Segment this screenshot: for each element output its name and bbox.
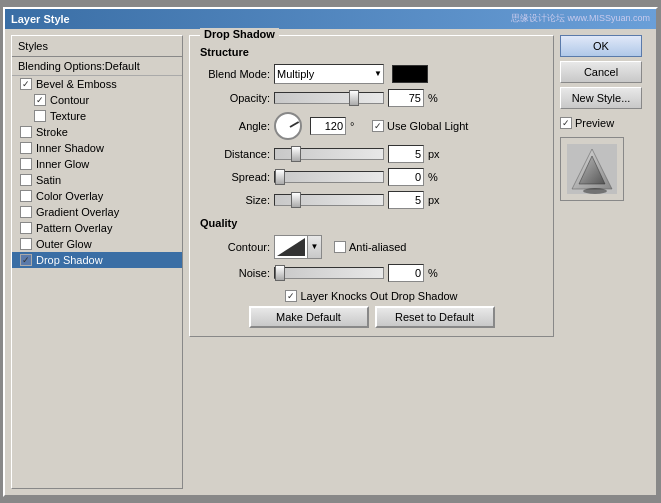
- spread-unit: %: [428, 171, 446, 183]
- sidebar-item-pattern-overlay[interactable]: Pattern Overlay: [12, 220, 182, 236]
- opacity-row: Opacity: %: [200, 89, 543, 107]
- blend-mode-select-wrapper[interactable]: Multiply Normal Dissolve ▼: [274, 64, 384, 84]
- anti-aliased-checkbox[interactable]: [334, 241, 346, 253]
- distance-slider[interactable]: [274, 148, 384, 160]
- use-global-light-label[interactable]: Use Global Light: [372, 120, 468, 132]
- quality-title: Quality: [200, 217, 543, 229]
- use-global-light-checkbox[interactable]: [372, 120, 384, 132]
- contour-svg: [277, 238, 305, 256]
- blend-mode-select[interactable]: Multiply Normal Dissolve: [274, 64, 384, 84]
- watermark: 思缘设计论坛 www.MISSyuan.com: [511, 12, 650, 25]
- bevel-emboss-checkbox[interactable]: [20, 78, 32, 90]
- angle-label: Angle:: [200, 120, 270, 132]
- distance-unit: px: [428, 148, 446, 160]
- sidebar-item-stroke[interactable]: Stroke: [12, 124, 182, 140]
- preview-checkbox[interactable]: [560, 117, 572, 129]
- ok-button[interactable]: OK: [560, 35, 642, 57]
- sidebar-item-inner-shadow[interactable]: Inner Shadow: [12, 140, 182, 156]
- layer-knocks-label[interactable]: Layer Knocks Out Drop Shadow: [285, 290, 457, 302]
- noise-label: Noise:: [200, 267, 270, 279]
- satin-label: Satin: [36, 174, 61, 186]
- layer-knocks-row: Layer Knocks Out Drop Shadow: [200, 290, 543, 302]
- blending-options-header: Blending Options:Default: [12, 57, 182, 76]
- inner-glow-checkbox[interactable]: [20, 158, 32, 170]
- contour-dropdown-button[interactable]: ▼: [308, 235, 322, 259]
- contour-dropdown-icon: ▼: [311, 242, 319, 251]
- gradient-overlay-label: Gradient Overlay: [36, 206, 119, 218]
- opacity-input[interactable]: [388, 89, 424, 107]
- gradient-overlay-checkbox[interactable]: [20, 206, 32, 218]
- preview-image: [567, 144, 617, 194]
- pattern-overlay-checkbox[interactable]: [20, 222, 32, 234]
- main-panel: Drop Shadow Structure Blend Mode: Multip…: [189, 35, 554, 489]
- contour-label: Contour: [50, 94, 89, 106]
- section-drop-shadow-title: Drop Shadow: [200, 28, 279, 40]
- opacity-label: Opacity:: [200, 92, 270, 104]
- noise-row: Noise: %: [200, 264, 543, 282]
- texture-checkbox[interactable]: [34, 110, 46, 122]
- spread-input[interactable]: [388, 168, 424, 186]
- sidebar-item-contour[interactable]: Contour: [12, 92, 182, 108]
- outer-glow-checkbox[interactable]: [20, 238, 32, 250]
- svg-marker-0: [277, 238, 305, 256]
- pattern-overlay-label: Pattern Overlay: [36, 222, 112, 234]
- drop-shadow-checkbox[interactable]: [20, 254, 32, 266]
- bevel-emboss-label: Bevel & Emboss: [36, 78, 117, 90]
- stroke-checkbox[interactable]: [20, 126, 32, 138]
- distance-row: Distance: px: [200, 145, 543, 163]
- drop-shadow-label: Drop Shadow: [36, 254, 103, 266]
- contour-checkbox[interactable]: [34, 94, 46, 106]
- layer-knocks-text: Layer Knocks Out Drop Shadow: [300, 290, 457, 302]
- anti-aliased-label[interactable]: Anti-aliased: [334, 241, 406, 253]
- blend-mode-row: Blend Mode: Multiply Normal Dissolve ▼: [200, 64, 543, 84]
- layer-style-dialog: Layer Style 思缘设计论坛 www.MISSyuan.com Styl…: [3, 7, 658, 497]
- contour-preview[interactable]: [274, 235, 308, 259]
- angle-row: Angle: ° Use Global Light: [200, 112, 543, 140]
- reset-default-button[interactable]: Reset to Default: [375, 306, 495, 328]
- noise-unit: %: [428, 267, 446, 279]
- angle-line-indicator: [290, 121, 300, 128]
- size-slider[interactable]: [274, 194, 384, 206]
- use-global-light-text: Use Global Light: [387, 120, 468, 132]
- distance-label: Distance:: [200, 148, 270, 160]
- inner-glow-label: Inner Glow: [36, 158, 89, 170]
- angle-input[interactable]: [310, 117, 346, 135]
- satin-checkbox[interactable]: [20, 174, 32, 186]
- sidebar-item-texture[interactable]: Texture: [12, 108, 182, 124]
- spread-slider[interactable]: [274, 171, 384, 183]
- sidebar-item-outer-glow[interactable]: Outer Glow: [12, 236, 182, 252]
- contour-label: Contour:: [200, 241, 270, 253]
- new-style-button[interactable]: New Style...: [560, 87, 642, 109]
- color-swatch[interactable]: [392, 65, 428, 83]
- noise-slider[interactable]: [274, 267, 384, 279]
- spread-row: Spread: %: [200, 168, 543, 186]
- size-unit: px: [428, 194, 446, 206]
- svg-point-4: [583, 188, 607, 194]
- preview-svg: [567, 144, 617, 194]
- right-panel: OK Cancel New Style... Preview: [560, 35, 650, 489]
- inner-shadow-label: Inner Shadow: [36, 142, 104, 154]
- color-overlay-checkbox[interactable]: [20, 190, 32, 202]
- make-default-button[interactable]: Make Default: [249, 306, 369, 328]
- sidebar-item-bevel-emboss[interactable]: Bevel & Emboss: [12, 76, 182, 92]
- left-panel: Styles Blending Options:Default Bevel & …: [11, 35, 183, 489]
- anti-aliased-text: Anti-aliased: [349, 241, 406, 253]
- angle-dial[interactable]: [274, 112, 302, 140]
- inner-shadow-checkbox[interactable]: [20, 142, 32, 154]
- stroke-label: Stroke: [36, 126, 68, 138]
- layer-knocks-checkbox[interactable]: [285, 290, 297, 302]
- distance-input[interactable]: [388, 145, 424, 163]
- sidebar-item-gradient-overlay[interactable]: Gradient Overlay: [12, 204, 182, 220]
- noise-input[interactable]: [388, 264, 424, 282]
- size-input[interactable]: [388, 191, 424, 209]
- color-overlay-label: Color Overlay: [36, 190, 103, 202]
- opacity-slider[interactable]: [274, 92, 384, 104]
- sidebar-item-satin[interactable]: Satin: [12, 172, 182, 188]
- contour-row: Contour: ▼ Anti-aliased: [200, 235, 543, 259]
- sidebar-item-drop-shadow[interactable]: Drop Shadow: [12, 252, 182, 268]
- cancel-button[interactable]: Cancel: [560, 61, 642, 83]
- sidebar-item-inner-glow[interactable]: Inner Glow: [12, 156, 182, 172]
- size-row: Size: px: [200, 191, 543, 209]
- sidebar-item-color-overlay[interactable]: Color Overlay: [12, 188, 182, 204]
- structure-title: Structure: [200, 46, 543, 58]
